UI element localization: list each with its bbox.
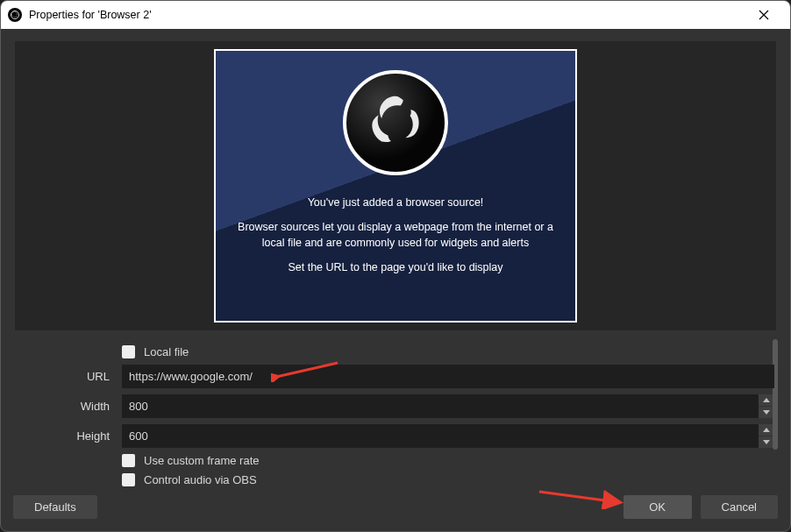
custom-frame-rate-checkbox[interactable] bbox=[122, 454, 135, 467]
source-preview-area: You've just added a browser source! Brow… bbox=[15, 41, 776, 330]
control-audio-checkbox[interactable] bbox=[122, 473, 135, 486]
url-label: URL bbox=[17, 370, 122, 383]
svg-line-2 bbox=[539, 492, 618, 502]
preview-hint: Set the URL to the page you'd like to di… bbox=[288, 259, 502, 275]
control-audio-label: Control audio via OBS bbox=[144, 473, 257, 486]
properties-dialog: Properties for 'Browser 2' You've just a… bbox=[0, 0, 791, 532]
height-label: Height bbox=[17, 429, 122, 443]
dialog-footer: Defaults OK Cancel bbox=[1, 490, 790, 531]
preview-description: Browser sources let you display a webpag… bbox=[230, 219, 561, 251]
local-file-label: Local file bbox=[144, 345, 189, 358]
form-area: Local file URL Width bbox=[10, 334, 781, 493]
scrollbar-thumb[interactable] bbox=[773, 339, 778, 450]
width-label: Width bbox=[17, 400, 122, 413]
defaults-button[interactable]: Defaults bbox=[13, 495, 97, 519]
close-button[interactable] bbox=[745, 1, 783, 29]
annotation-arrow-ok bbox=[536, 488, 624, 509]
width-input[interactable] bbox=[122, 394, 759, 418]
obs-app-icon bbox=[8, 8, 22, 22]
local-file-checkbox[interactable] bbox=[122, 345, 135, 358]
browser-source-preview: You've just added a browser source! Brow… bbox=[214, 49, 577, 323]
preview-heading: You've just added a browser source! bbox=[308, 195, 484, 210]
ok-button[interactable]: OK bbox=[624, 495, 692, 519]
url-input[interactable] bbox=[122, 365, 774, 388]
svg-point-0 bbox=[11, 11, 18, 18]
height-input[interactable] bbox=[122, 424, 759, 448]
window-title: Properties for 'Browser 2' bbox=[29, 9, 745, 21]
custom-frame-rate-label: Use custom frame rate bbox=[144, 454, 260, 467]
titlebar: Properties for 'Browser 2' bbox=[1, 1, 790, 29]
cancel-button[interactable]: Cancel bbox=[701, 495, 778, 519]
obs-logo-icon bbox=[343, 70, 448, 175]
